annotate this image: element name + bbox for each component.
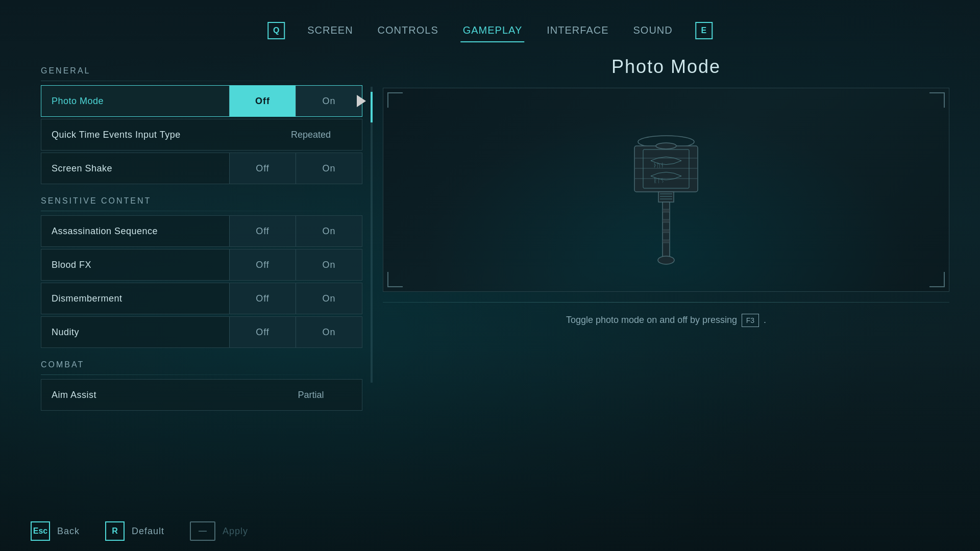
toggle-off-dismemberment[interactable]: Off [229,283,296,314]
svg-text:ᚦᚢᚾ: ᚦᚢᚾ [653,162,664,169]
section-title-combat: COMBAT [41,360,362,369]
bottom-bar: Esc Back R Default — Apply [31,521,949,541]
apply-label: Apply [223,526,248,537]
default-label: Default [132,526,164,537]
section-divider-general [41,81,362,81]
toggle-off-assassination[interactable]: Off [229,216,296,246]
nav-right-key[interactable]: E [695,22,713,39]
scrollbar-thumb [371,92,373,122]
back-key: Esc [31,521,50,541]
svg-rect-12 [663,219,670,222]
toggle-group-blood-fx: Off On [229,249,362,280]
toggle-on-photo-mode[interactable]: On [296,86,362,116]
setting-row-screen-shake[interactable]: Screen Shake Off On [41,153,362,184]
nav-left-key[interactable]: Q [267,22,285,39]
default-key: R [105,521,125,541]
toggle-group-photo-mode: Off On [229,86,362,116]
svg-rect-13 [663,230,670,233]
svg-rect-14 [663,240,670,243]
apply-key: — [190,521,215,541]
toggle-off-photo-mode[interactable]: Off [229,86,296,116]
settings-panel: GENERAL Photo Mode Off On Quick Time Eve… [41,56,362,510]
toggle-on-screen-shake[interactable]: On [296,153,362,184]
info-image: ᚦᚢᚾ ᚱᛁᛊ [383,88,949,292]
toggle-on-dismemberment[interactable]: On [296,283,362,314]
corner-bl [387,272,403,287]
setting-name-photo-mode: Photo Mode [41,96,229,107]
toggle-group-dismemberment: Off On [229,283,362,314]
setting-name-dismemberment: Dismemberment [41,293,229,304]
toggle-group-screen-shake: Off On [229,153,362,184]
setting-value-qte: Repeated [260,130,362,140]
svg-point-15 [658,256,674,264]
tab-sound[interactable]: Sound [631,20,675,40]
tab-interface[interactable]: Interface [545,20,610,40]
svg-rect-1 [634,146,698,192]
setting-value-aim-assist: Partial [260,390,362,400]
info-divider [383,302,949,303]
svg-rect-11 [663,209,670,212]
toggle-off-blood-fx[interactable]: Off [229,249,296,280]
section-title-general: GENERAL [41,66,362,76]
toggle-off-nudity[interactable]: Off [229,317,296,347]
setting-row-qte[interactable]: Quick Time Events Input Type Repeated [41,119,362,151]
back-label: Back [57,526,80,537]
setting-row-assassination[interactable]: Assassination Sequence Off On [41,215,362,247]
toggle-on-blood-fx[interactable]: On [296,249,362,280]
setting-name-screen-shake: Screen Shake [41,163,229,174]
f3-key-badge: F3 [742,314,759,327]
setting-row-nudity[interactable]: Nudity Off On [41,316,362,348]
mjolnir-image: ᚦᚢᚾ ᚱᛁᛊ [605,107,727,272]
setting-row-photo-mode[interactable]: Photo Mode Off On [41,85,362,117]
info-title: Photo Mode [383,56,949,78]
setting-row-aim-assist[interactable]: Aim Assist Partial [41,379,362,411]
scrollbar[interactable] [371,87,373,383]
toggle-on-nudity[interactable]: On [296,317,362,347]
section-divider-combat [41,374,362,375]
setting-row-dismemberment[interactable]: Dismemberment Off On [41,283,362,314]
default-action[interactable]: R Default [105,521,164,541]
tab-screen[interactable]: Screen [305,20,355,40]
svg-text:ᚱᛁᛊ: ᚱᛁᛊ [653,177,664,184]
navigation-tabs: Q Screen Controls Gameplay Interface Sou… [267,20,713,40]
svg-rect-6 [658,192,674,202]
setting-name-blood-fx: Blood FX [41,260,229,270]
corner-tr [929,92,945,108]
setting-name-assassination: Assassination Sequence [41,226,229,237]
cursor-pointer [357,95,366,107]
setting-row-blood-fx[interactable]: Blood FX Off On [41,249,362,281]
toggle-on-assassination[interactable]: On [296,216,362,246]
info-panel: Photo Mode [383,56,949,510]
section-divider-sensitive [41,211,362,211]
info-description: Toggle photo mode on and off by pressing… [383,313,949,328]
tab-gameplay[interactable]: Gameplay [461,20,525,40]
toggle-group-assassination: Off On [229,216,362,246]
setting-name-nudity: Nudity [41,327,229,338]
tab-controls[interactable]: Controls [376,20,440,40]
corner-tl [387,92,403,108]
setting-name-qte: Quick Time Events Input Type [41,130,260,140]
apply-action[interactable]: — Apply [190,521,248,541]
toggle-off-screen-shake[interactable]: Off [229,153,296,184]
section-title-sensitive: SENSITIVE CONTENT [41,196,362,206]
svg-point-16 [656,143,676,149]
toggle-group-nudity: Off On [229,317,362,347]
corner-br [929,272,945,287]
back-action[interactable]: Esc Back [31,521,80,541]
setting-name-aim-assist: Aim Assist [41,390,260,400]
